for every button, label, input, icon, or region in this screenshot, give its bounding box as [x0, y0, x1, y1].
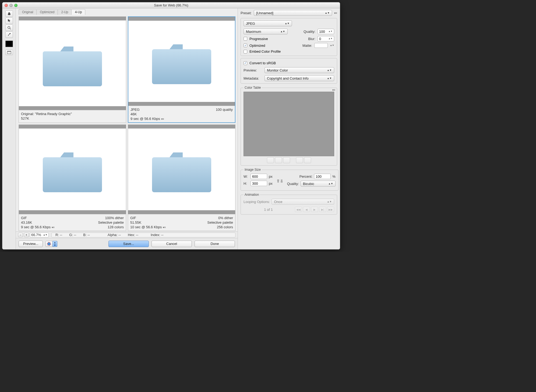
optimized-checkbox[interactable]: Optimized: [244, 44, 288, 48]
download-speed-menu-icon[interactable]: ▾≡: [161, 117, 164, 120]
slice-select-tool[interactable]: [5, 17, 13, 24]
done-button[interactable]: Done: [195, 241, 235, 247]
footer: Preview... ▲▼ Save... Cancel Done: [16, 238, 238, 249]
pane-image[interactable]: [128, 129, 235, 210]
preview-label: Preview:: [244, 68, 262, 72]
pixel-info: R: -- G: -- B: -- Alpha: -- Hex: -- Inde…: [51, 233, 235, 237]
tool-strip: [2, 8, 16, 249]
preview-pane-jpeg[interactable]: JPEG100 quality 46K 9 sec @ 56.6 Kbps▾≡: [128, 16, 235, 123]
metadata-label: Metadata:: [244, 76, 262, 80]
zoom-tool[interactable]: [5, 24, 13, 31]
save-button[interactable]: Save...: [108, 241, 149, 247]
toggle-slices-visibility[interactable]: [5, 50, 13, 55]
b-value: B: --: [83, 233, 90, 237]
resample-select[interactable]: Bicubic▲▼: [301, 181, 336, 187]
preset-select[interactable]: [Unnamed]▲▼: [254, 10, 332, 16]
preview-pane-gif-2[interactable]: GIF0% dither 51.55KSelective palette 10 …: [128, 124, 235, 231]
stepper-icon[interactable]: ▲▼: [43, 234, 47, 236]
link-icon[interactable]: ⥣⥥: [276, 179, 283, 184]
last-frame-button[interactable]: ▶▶: [327, 207, 334, 212]
blur-field[interactable]: 0▲▼: [318, 36, 334, 41]
ct-lock-button[interactable]: [275, 157, 282, 163]
ct-map-transparent-button[interactable]: [283, 157, 290, 163]
progressive-checkbox[interactable]: Progressive: [244, 37, 288, 41]
pane-image[interactable]: [128, 21, 235, 102]
color-table-canvas[interactable]: [244, 92, 334, 156]
blur-label: Blur:: [308, 37, 315, 41]
cancel-button[interactable]: Cancel: [151, 241, 192, 247]
prev-frame-button[interactable]: ◀: [303, 207, 310, 212]
zoom-out-button[interactable]: −: [18, 233, 23, 237]
browser-preview-selector[interactable]: ▲▼: [45, 241, 57, 247]
tab-4up[interactable]: 4-Up: [71, 9, 85, 15]
pane-info: GIF100% dither 43.16KSelective palette 9…: [19, 214, 126, 231]
checkbox-icon: [244, 61, 247, 65]
checkbox-icon: [244, 37, 247, 41]
matte-color-select[interactable]: [314, 43, 328, 48]
tab-2up[interactable]: 2-Up: [58, 9, 72, 15]
select-arrows-icon: ▲▼: [325, 12, 330, 14]
save-for-web-window: Save for Web (66.7%) Original Optimized …: [2, 2, 340, 250]
first-frame-button[interactable]: ◀◀: [295, 207, 302, 212]
pane-info: Original: "Retina Ready Graphic" 527K: [19, 110, 126, 123]
download-speed-menu-icon[interactable]: ▾≡: [52, 226, 55, 229]
pane-size: 43.16K: [21, 220, 72, 224]
svg-line-1: [10, 28, 11, 29]
pane-format: GIF: [21, 216, 72, 220]
width-field[interactable]: 600: [251, 174, 267, 179]
height-field[interactable]: 300: [251, 181, 267, 186]
width-label: W:: [244, 174, 249, 179]
embed-color-profile-checkbox[interactable]: Embed Color Profile: [244, 49, 334, 54]
flyout-menu-icon[interactable]: ▾≡: [334, 12, 337, 15]
pane-info: JPEG100 quality 46K 9 sec @ 56.6 Kbps▾≡: [128, 106, 235, 122]
ct-snap-web-button[interactable]: [267, 157, 274, 163]
preview-pane-gif-1[interactable]: GIF100% dither 43.16KSelective palette 9…: [19, 124, 126, 231]
ct-delete-color-button[interactable]: [304, 157, 311, 163]
view-tabs: Original Optimized 2-Up 4-Up: [16, 8, 238, 15]
metadata-select[interactable]: Copyright and Contact Info▲▼: [265, 75, 334, 81]
pane-time: 9 sec @ 56.6 Kbps▾≡: [21, 225, 72, 229]
hex-value: Hex: --: [128, 233, 138, 237]
tab-original[interactable]: Original: [19, 9, 37, 15]
zoom-level-field[interactable]: 66.7%▲▼: [30, 233, 49, 237]
folder-icon: [37, 142, 107, 196]
pane-size: 527K: [21, 116, 72, 120]
flyout-menu-icon[interactable]: ▾≡: [332, 88, 335, 91]
select-arrows-icon: ▲▼: [285, 23, 290, 24]
pane-image[interactable]: [19, 20, 126, 106]
ct-new-color-button[interactable]: [296, 157, 303, 163]
download-speed-menu-icon[interactable]: ▾≡: [163, 226, 166, 229]
frame-info: 1 of 1: [244, 208, 293, 212]
percent-field[interactable]: 100: [314, 174, 331, 179]
select-arrows-icon: ▲▼: [327, 69, 332, 71]
color-table-legend: Color Table: [244, 86, 262, 90]
hand-tool[interactable]: [5, 10, 13, 17]
stepper-icon[interactable]: ▲▼: [328, 38, 333, 40]
tab-optimized[interactable]: Optimized: [36, 9, 58, 15]
format-select[interactable]: JPEG▲▼: [244, 20, 292, 26]
animation-legend: Animation: [244, 193, 260, 197]
zoom-in-button[interactable]: +: [24, 233, 29, 237]
titlebar: Save for Web (66.7%): [2, 2, 340, 8]
select-arrows-icon: ▲▼: [328, 183, 333, 185]
stepper-icon[interactable]: ▲▼: [328, 31, 333, 32]
play-button[interactable]: ▶: [311, 207, 318, 212]
index-value: Index: --: [151, 233, 164, 237]
preview-pane-original[interactable]: Original: "Retina Ready Graphic" 527K: [19, 16, 126, 123]
chevron-down-icon[interactable]: ▲▼: [52, 241, 57, 247]
quality-preset-select[interactable]: Maximum▲▼: [244, 28, 288, 34]
preview-button[interactable]: Preview...: [19, 241, 43, 247]
convert-srgb-checkbox[interactable]: Convert to sRGB: [244, 61, 334, 65]
main-area: Original Optimized 2-Up 4-Up Original: "…: [16, 8, 238, 249]
next-frame-button[interactable]: ▶|: [319, 207, 326, 212]
eyedropper-color-swatch[interactable]: [5, 41, 13, 47]
eyedropper-tool[interactable]: [5, 31, 13, 38]
looping-select[interactable]: Once▲▼: [271, 199, 334, 205]
quality-label: Quality:: [304, 30, 315, 34]
preview-select[interactable]: Monitor Color▲▼: [265, 67, 334, 73]
svg-point-0: [8, 26, 10, 28]
quality-field[interactable]: 100▲▼: [318, 29, 334, 34]
stepper-icon[interactable]: ▲▼: [330, 45, 334, 46]
checkbox-icon: [244, 50, 247, 54]
pane-image[interactable]: [19, 129, 126, 210]
